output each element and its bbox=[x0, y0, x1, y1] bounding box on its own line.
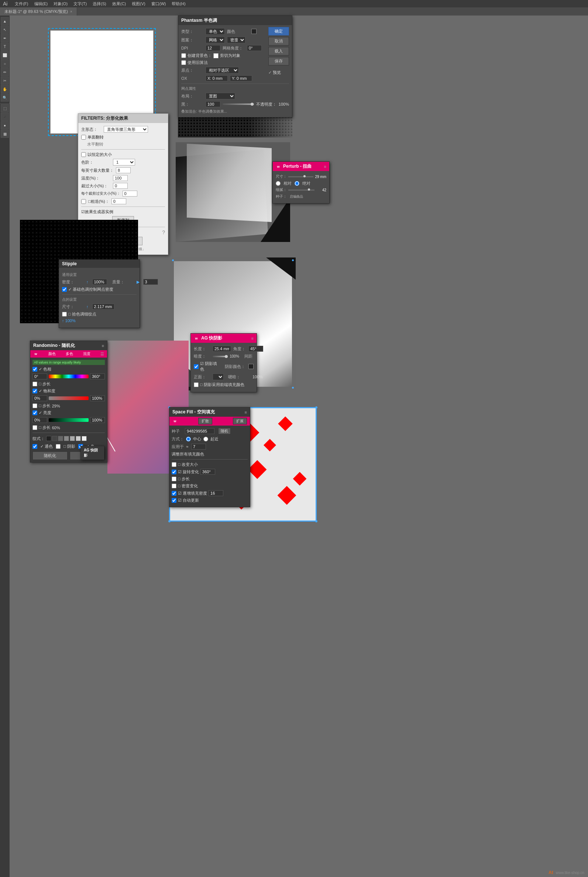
spacefill-close-btn[interactable]: ≡ bbox=[245, 410, 247, 415]
spacefill-autorefresh-check[interactable] bbox=[172, 498, 176, 503]
randomino-shade-check[interactable] bbox=[56, 444, 60, 449]
swatch-5[interactable] bbox=[70, 436, 75, 441]
menu-text[interactable]: 文字(T) bbox=[72, 1, 88, 7]
phantasm-dots-select[interactable]: 网格 bbox=[206, 36, 225, 43]
spacefill-step-check[interactable] bbox=[172, 477, 176, 481]
swatch-3[interactable] bbox=[58, 436, 63, 441]
ag-panel2-header[interactable]: AG 快阴影 bbox=[81, 446, 104, 460]
randomino-step3-check[interactable] bbox=[33, 425, 37, 430]
perturb-size-track[interactable] bbox=[288, 176, 314, 178]
ag-opacity-slider[interactable] bbox=[213, 356, 226, 357]
randomino-sat-check[interactable] bbox=[33, 389, 37, 393]
randomino-bright-from[interactable] bbox=[33, 417, 47, 423]
filterits-help-icon[interactable]: ? bbox=[162, 229, 165, 235]
ag-usefront-check[interactable] bbox=[194, 382, 199, 387]
spacefill-seed-input[interactable] bbox=[185, 428, 214, 434]
phantasm-ox-y-input[interactable] bbox=[230, 75, 252, 81]
randomino-bright-to[interactable] bbox=[90, 417, 105, 423]
ag-length-input[interactable] bbox=[213, 346, 231, 352]
spacefill-scatter-btn[interactable]: 扩散 bbox=[198, 418, 212, 424]
swatch-7[interactable] bbox=[82, 436, 87, 441]
tool-text[interactable]: T bbox=[1, 42, 9, 51]
phantasm-ox-x-input[interactable] bbox=[206, 75, 228, 81]
randomino-sat-to[interactable] bbox=[90, 395, 105, 401]
phantasm-color-swatch[interactable] bbox=[251, 29, 256, 34]
phantasm-density-select[interactable]: 密度 bbox=[227, 36, 246, 43]
spacefill-count-input[interactable] bbox=[191, 444, 206, 450]
ag-close-btn[interactable]: ≡ bbox=[251, 336, 254, 341]
spacefill-add-input[interactable] bbox=[208, 490, 224, 496]
document-tab[interactable]: 未标题-1* @ 89.63 % (CMYK/预览) × bbox=[0, 8, 77, 15]
tool-color-mode[interactable]: ● bbox=[1, 121, 9, 129]
spacefill-sizevary-check[interactable] bbox=[172, 462, 176, 467]
perturb-close-btn[interactable]: ≡ bbox=[324, 164, 326, 169]
menu-edit[interactable]: 编辑(E) bbox=[33, 1, 50, 7]
randomino-randomize-btn[interactable]: 随机化 bbox=[33, 451, 68, 460]
menu-help[interactable]: 帮助(H) bbox=[170, 1, 187, 7]
filterits-header[interactable]: FILTERITS: 分形化效果 bbox=[78, 114, 168, 123]
filterits-shape-select[interactable]: 直角等腰三角形 bbox=[104, 126, 148, 132]
phantasm-save-btn[interactable]: 保存 bbox=[268, 57, 289, 65]
phantasm-type-select[interactable]: 单色 bbox=[206, 28, 225, 35]
tool-zoom[interactable]: 🔍 bbox=[1, 93, 9, 102]
filterits-fixedsize-check[interactable] bbox=[81, 152, 86, 157]
menu-select[interactable]: 选择(S) bbox=[91, 1, 108, 7]
randomino-sat-slider[interactable] bbox=[49, 396, 88, 400]
tool-brush[interactable]: ✏ bbox=[1, 68, 9, 76]
tab-close-button[interactable]: × bbox=[70, 10, 72, 14]
tool-rectangle[interactable]: ⬜ bbox=[1, 51, 9, 59]
phantasm-bg-swatch[interactable] bbox=[213, 53, 219, 59]
tool-hand[interactable]: ✋ bbox=[1, 85, 9, 93]
phantasm-confirm-btn[interactable]: 确定 bbox=[268, 27, 289, 36]
randomino-bright-check[interactable] bbox=[33, 411, 37, 415]
swatch-6[interactable] bbox=[76, 436, 81, 441]
tool-direct-select[interactable]: ↖ bbox=[1, 26, 9, 34]
phantasm-dpi-input[interactable] bbox=[206, 45, 220, 51]
menu-effect[interactable]: 效果(C) bbox=[111, 1, 128, 7]
tool-stroke[interactable]: ◾ bbox=[1, 113, 9, 121]
menu-window[interactable]: 窗口(W) bbox=[150, 1, 168, 7]
ag-front-select[interactable] bbox=[213, 373, 224, 380]
swatch-4[interactable] bbox=[64, 436, 69, 441]
perturb-detail-track[interactable] bbox=[288, 190, 315, 191]
randomino-close-btn[interactable]: ≡ bbox=[102, 344, 104, 348]
filterits-flip-check[interactable] bbox=[81, 135, 86, 140]
randomino-hue-slider[interactable] bbox=[49, 375, 88, 378]
menu-file[interactable]: 文件(F) bbox=[13, 1, 30, 7]
spacefill-random-btn[interactable]: 随机 bbox=[218, 428, 231, 435]
randomino-tint-check[interactable] bbox=[33, 444, 37, 449]
phantasm-createbg-check[interactable] bbox=[181, 53, 186, 58]
randomino-hue-to[interactable] bbox=[90, 373, 105, 379]
filterits-cutmax-input[interactable] bbox=[123, 191, 137, 197]
phantasm-black-slider[interactable] bbox=[223, 104, 254, 105]
ag-shadowfill-check[interactable] bbox=[194, 364, 199, 369]
stipple-basedensity-check[interactable] bbox=[62, 287, 67, 292]
phantasm-panel-header[interactable]: Phantasm 半色调 bbox=[178, 16, 292, 25]
spacefill-rotate-input[interactable] bbox=[200, 469, 215, 475]
randomino-menu-icon[interactable]: ☰ bbox=[100, 352, 104, 357]
perturb-absolute-radio[interactable] bbox=[294, 181, 299, 186]
menu-view[interactable]: 视图(V) bbox=[130, 1, 147, 7]
stipple-size-input[interactable] bbox=[92, 304, 114, 310]
filterits-density-input[interactable] bbox=[113, 175, 128, 181]
filterits-color-select[interactable]: 1 bbox=[113, 159, 135, 165]
tool-pen[interactable]: ✒ bbox=[1, 34, 9, 42]
ag-angle-input[interactable] bbox=[248, 346, 263, 352]
stipple-colortint-check[interactable] bbox=[62, 312, 67, 317]
spacefill-rotate-check[interactable] bbox=[172, 469, 176, 474]
stipple-quality-input[interactable] bbox=[143, 279, 158, 285]
filterits-cutmin-input[interactable] bbox=[113, 183, 128, 189]
tool-fill[interactable]: ⬚ bbox=[1, 104, 9, 112]
tool-scissors[interactable]: ✂ bbox=[1, 77, 9, 84]
spacefill-center-radio[interactable] bbox=[186, 437, 191, 441]
randomino-header[interactable]: Randomino - 随机化 ≡ bbox=[30, 341, 107, 350]
swatch-2[interactable] bbox=[52, 436, 57, 441]
phantasm-angle-input[interactable] bbox=[247, 45, 262, 51]
phantasm-origin-select[interactable]: 相对于选区 bbox=[206, 67, 239, 74]
phantasm-layout-select[interactable]: 置图 bbox=[206, 93, 235, 99]
randomino-sat-from[interactable] bbox=[33, 395, 47, 401]
stipple-density-input[interactable] bbox=[92, 279, 107, 285]
phantasm-load-btn[interactable]: 载入 bbox=[268, 47, 289, 56]
randomino-bright-slider[interactable] bbox=[49, 418, 88, 422]
randomino-hue-check[interactable] bbox=[33, 367, 37, 372]
